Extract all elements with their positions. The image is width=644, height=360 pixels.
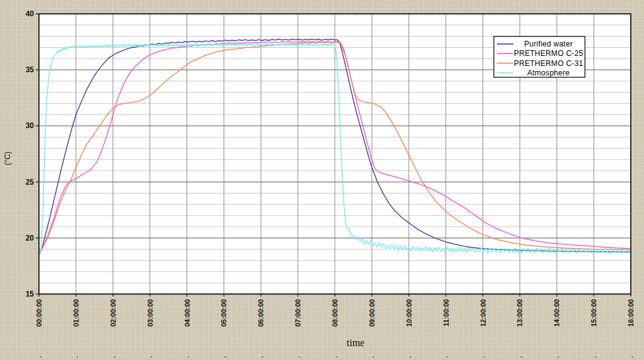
bottom-dot [521, 356, 522, 357]
bottom-dot [40, 356, 41, 357]
x-tick-label: 11:00:00 [442, 299, 450, 326]
legend-label: Atmosphere [527, 68, 570, 77]
legend-label: PRETHERMO C-25 [514, 49, 583, 58]
legend-label: Purified water [524, 40, 573, 48]
y-tick-label: 35 [26, 65, 35, 74]
y-tick-label: 25 [26, 178, 35, 187]
bottom-dot [336, 356, 337, 357]
x-tick-label: 01:00:00 [72, 299, 80, 327]
x-axis-title: time [347, 337, 364, 348]
temperature-line-chart: 152025303540 00:00:0001:00:0002:00:0003:… [0, 0, 644, 360]
y-axis-title: (°C) [3, 151, 12, 165]
y-tick-label: 30 [26, 121, 35, 130]
bottom-dot [558, 356, 559, 357]
bottom-dot [484, 356, 485, 357]
y-tick-labels: 152025303540 [26, 9, 35, 298]
x-tick-label: 03:00:00 [146, 299, 154, 327]
x-tick-label: 12:00:00 [479, 299, 487, 327]
bottom-dot [188, 356, 189, 357]
bottom-dot [151, 356, 152, 357]
bottom-dot [595, 356, 596, 357]
x-tick-label: 05:00:00 [220, 299, 227, 327]
x-tick-label: 04:00:00 [183, 299, 191, 327]
bottom-dot [632, 356, 633, 357]
x-tick-label: 16:00:00 [627, 299, 635, 327]
x-tick-label: 02:00:00 [109, 299, 117, 327]
x-tick-label: 07:00:00 [294, 299, 302, 327]
x-tick-label: 13:00:00 [516, 299, 523, 327]
bottom-dot [299, 356, 300, 357]
x-tick-label: 06:00:00 [257, 299, 265, 327]
bottom-dot [225, 356, 226, 357]
bottom-dot [114, 356, 115, 357]
bottom-dot [77, 356, 78, 357]
bottom-dot-row [40, 356, 633, 357]
x-tick-label: 14:00:00 [553, 299, 560, 327]
bottom-dot [410, 356, 411, 357]
x-tick-label: 09:00:00 [368, 299, 376, 327]
worksheet-background: 152025303540 00:00:0001:00:0002:00:0003:… [0, 0, 644, 360]
x-tick-label: 15:00:00 [590, 299, 598, 327]
y-tick-label: 40 [26, 9, 35, 18]
bottom-dot [373, 356, 374, 357]
x-tick-label: 10:00:00 [405, 299, 413, 327]
bottom-dot [262, 356, 263, 357]
x-tick-labels: 00:00:0001:00:0002:00:0003:00:0004:00:00… [35, 299, 635, 327]
y-tick-label: 20 [26, 234, 35, 243]
bottom-dot [447, 356, 448, 357]
legend-label: PRETHERMO C-31 [514, 59, 583, 68]
legend: Purified waterPRETHERMO C-25PRETHERMO C-… [494, 36, 585, 77]
x-tick-label: 08:00:00 [331, 299, 339, 327]
x-tick-label: 00:00:00 [35, 299, 43, 327]
y-tick-label: 15 [26, 290, 35, 298]
